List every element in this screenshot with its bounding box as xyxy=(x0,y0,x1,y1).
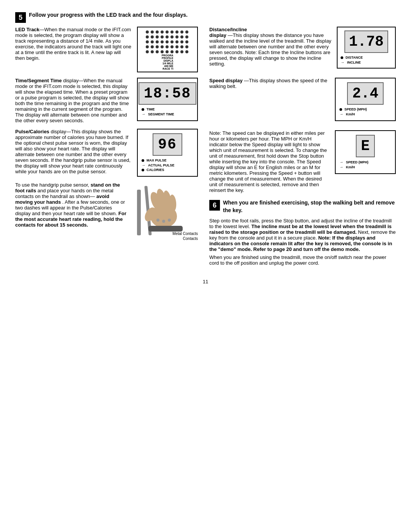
step6-section: 6 When you are finished exercising, stop… xyxy=(209,199,396,266)
led-dot xyxy=(170,30,174,34)
page-number: 11 xyxy=(15,279,396,284)
led-dot xyxy=(180,45,183,48)
led-dot xyxy=(180,40,183,43)
dot-icon xyxy=(142,108,144,111)
led-label-race: RACE TI xyxy=(162,67,173,70)
distance-value: 1.78 xyxy=(344,30,388,53)
led-track-heading: LED Track xyxy=(15,27,40,32)
speed-e-kmh-text: Km/H xyxy=(346,165,355,169)
led-dot xyxy=(185,45,188,48)
incline-label: → INCLINE xyxy=(341,60,361,64)
left-column: LED Track—When the manual mode or the iF… xyxy=(15,27,198,271)
led-label-progra: PROGRA xyxy=(162,54,174,57)
led-label-400m: 400 ME xyxy=(164,65,173,67)
time-segment-section: Time/Segment Time display—When the manua… xyxy=(15,78,198,123)
speed-mph-text: SPEED (MPH) xyxy=(344,107,367,111)
page-container: 5 Follow your progress with the LED trac… xyxy=(15,11,396,284)
dot-icon xyxy=(142,169,144,171)
handgrip-illustration: Metal Contacts Contacts xyxy=(133,182,198,243)
max-pulse-text: MAX PULSE xyxy=(147,158,167,162)
handgrip-intro: To use the handgrip pulse sensor, xyxy=(15,182,91,188)
speed-heading: Speed display xyxy=(209,78,242,83)
led-dot xyxy=(175,30,178,34)
step6-title: When you are finished exercising, stop t… xyxy=(223,199,396,214)
speed-kmh-label: → Km/H xyxy=(339,112,355,116)
speed-mph-label: SPEED (MPH) xyxy=(339,107,367,111)
arrow-icon: → xyxy=(142,163,145,167)
speed-text: Speed display —This display shows the sp… xyxy=(209,78,330,89)
led-dot xyxy=(151,40,154,43)
pulse-labels: MAX PULSE → ACTUAL PULSE CALORIES xyxy=(142,158,193,172)
time-label-time: TIME xyxy=(142,107,155,111)
led-dot xyxy=(161,45,164,48)
step6-desc1: Step onto the foot rails, press the Stop… xyxy=(209,218,396,252)
svg-point-9 xyxy=(162,220,165,223)
led-track-display: PROGRA PROFILE DISPLA 1/4 MILE 400 ME RA… xyxy=(137,27,198,72)
step5-title: Follow your progress with the LED track … xyxy=(29,11,188,19)
led-dot xyxy=(146,35,149,38)
metal-contacts-text2: Contacts xyxy=(183,236,198,241)
speed-e-mph-text: SPEED (MPH) xyxy=(346,160,368,164)
time-segment-desc: display—When the manual mode or the iFIT… xyxy=(15,78,129,123)
dot-icon xyxy=(339,108,342,111)
led-dot xyxy=(175,35,178,38)
distance-section: Distance/Incline display —This display s… xyxy=(209,27,396,72)
svg-rect-0 xyxy=(137,190,141,235)
speed-labels: SPEED (MPH) → Km/H xyxy=(339,107,391,117)
handgrip-para: To use the handgrip pulse sensor, stand … xyxy=(15,182,128,228)
speed-note-para: Note: The speed can be displayed in eith… xyxy=(209,130,330,193)
led-dot xyxy=(166,50,169,53)
led-dot xyxy=(170,35,174,38)
speed-e-kmh-label: → Km/H xyxy=(339,165,355,169)
dot-icon xyxy=(341,56,343,59)
distance-para: Distance/Incline display —This display s… xyxy=(209,27,331,67)
step6-desc3: When you are finished using the treadmil… xyxy=(209,254,396,266)
calories-label: CALORIES xyxy=(142,168,164,172)
calories-text: CALORIES xyxy=(147,168,164,172)
led-track-para: LED Track—When the manual mode or the iF… xyxy=(15,27,132,61)
pulse-desc: display—This display shows the approxima… xyxy=(15,129,131,174)
speed-note-section: Note: The speed can be displayed in eith… xyxy=(209,130,396,193)
speed-note-text: Note: The speed can be displayed in eith… xyxy=(209,130,330,193)
svg-point-8 xyxy=(156,219,159,222)
metal-contacts-label: Metal Contacts Contacts xyxy=(172,231,198,241)
arrow-icon: → xyxy=(341,60,344,64)
speed-section: Speed display —This display shows the sp… xyxy=(209,78,396,125)
speed-e-mph-label: → SPEED (MPH) xyxy=(339,160,368,164)
led-dot xyxy=(151,30,154,34)
speed-e-display-box: E → SPEED (MPH) → Km/H xyxy=(335,130,396,174)
speed-para: Speed display —This display shows the sp… xyxy=(209,78,330,89)
led-dot xyxy=(161,40,164,43)
svg-point-10 xyxy=(168,219,171,222)
led-dot xyxy=(161,50,164,53)
led-dot xyxy=(185,35,188,38)
led-dot xyxy=(156,35,159,38)
distance-labels: DISTANCE → INCLINE xyxy=(341,55,392,65)
led-dot xyxy=(146,45,149,48)
led-dot xyxy=(146,40,149,43)
handgrip-section: To use the handgrip pulse sensor, stand … xyxy=(15,182,198,243)
speed-value: 2.4 xyxy=(347,82,384,105)
pulse-display-box: 96 MAX PULSE → ACTUAL PULSE CALORIES xyxy=(137,129,198,177)
dot-icon xyxy=(142,159,144,162)
svg-rect-11 xyxy=(148,226,183,232)
pulse-value: 96 xyxy=(153,133,182,156)
step5-number: 5 xyxy=(15,12,26,23)
led-dot xyxy=(151,50,154,53)
led-dot xyxy=(175,40,178,43)
incline-label-text: INCLINE xyxy=(347,61,361,64)
led-track-section: LED Track—When the manual mode or the iF… xyxy=(15,27,198,72)
led-dot xyxy=(180,30,183,34)
pulse-section: Pulse/Calories display—This display show… xyxy=(15,129,198,177)
actual-pulse-label: → ACTUAL PULSE xyxy=(142,163,174,167)
led-dot xyxy=(156,30,159,34)
step6-number: 6 xyxy=(209,200,220,211)
arrow-icon: → xyxy=(142,112,145,116)
led-dot xyxy=(156,40,159,43)
led-label-mile: 1/4 MILE xyxy=(162,62,173,65)
time-display-box: 18:58 TIME → SEGMENT TIME xyxy=(137,78,198,121)
led-dot xyxy=(180,50,183,53)
led-dot xyxy=(185,50,188,53)
speed-e-labels: → SPEED (MPH) → Km/H xyxy=(339,160,391,169)
led-dot xyxy=(161,35,164,38)
